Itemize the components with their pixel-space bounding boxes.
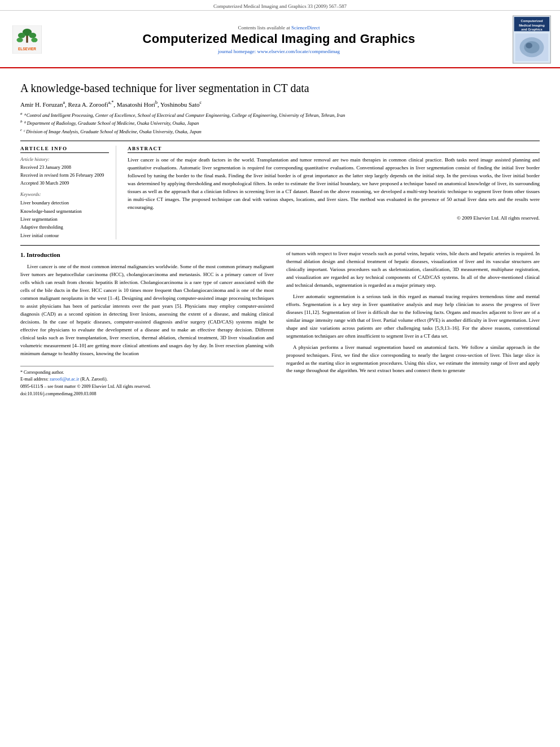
keyword-1: Liver boundary detection xyxy=(20,199,109,207)
svg-text:and Graphics: and Graphics xyxy=(521,28,542,31)
keyword-2: Knowledge-based segmentation xyxy=(20,207,109,215)
homepage-url[interactable]: www.elsevier.com/locate/compmedimag xyxy=(257,49,340,54)
body-two-columns: 1. Introduction Liver cancer is one of t… xyxy=(20,250,540,397)
contents-bar: Contents lists available at ScienceDirec… xyxy=(238,25,320,30)
keywords-label: Keywords: xyxy=(20,191,109,197)
footnote-doi: doi:10.1016/j.compmedimag.2009.03.008 xyxy=(20,391,274,398)
history-label: Article history: xyxy=(20,156,109,162)
footnote-email-link[interactable]: zaroofi@ut.ac.ir xyxy=(50,377,79,382)
svg-text:Medical Imaging: Medical Imaging xyxy=(519,24,545,27)
abstract-col: ABSTRACT Liver cancer is one of the majo… xyxy=(128,146,540,239)
svg-point-4 xyxy=(29,33,36,38)
authors-text: Amir H. Foruzana, Reza A. Zoroofia,*, Ma… xyxy=(20,101,202,108)
received-date: Received 23 January 2008 xyxy=(20,164,109,172)
intro-para-4-right: A physician performs a liver manual segm… xyxy=(286,344,540,375)
intro-para-1: Liver cancer is one of the most common i… xyxy=(20,263,274,357)
keyword-4: Adaptive thresholding xyxy=(20,223,109,231)
cover-svg-icon: Computerized Medical Imaging and Graphic… xyxy=(513,16,551,63)
intro-para-3-right: Liver automatic segmentation is a seriou… xyxy=(286,293,540,340)
homepage-label: journal homepage: xyxy=(218,49,256,54)
body-col-right: of tumors with respect to liver major ve… xyxy=(286,250,540,397)
abstract-text: Liver cancer is one of the major death f… xyxy=(128,156,540,212)
abstract-copyright: © 2009 Elsevier Ltd. All rights reserved… xyxy=(128,215,540,221)
affiliation-c: c ᶜ Division of Image Analysis, Graduate… xyxy=(20,127,540,136)
article-info-label: ARTICLE INFO xyxy=(20,146,109,153)
journal-header: ELSEVIER Contents lists available at Sci… xyxy=(0,11,560,68)
svg-point-5 xyxy=(16,38,23,42)
affiliations: a ᵃ Control and Intelligent Processing, … xyxy=(20,111,540,136)
svg-point-16 xyxy=(526,43,532,49)
footnote-area: * Corresponding author. E-mail address: … xyxy=(20,366,274,398)
article-title: A knowledge-based technique for liver se… xyxy=(20,81,540,95)
body-divider xyxy=(20,245,540,246)
journal-header-center: Contents lists available at ScienceDirec… xyxy=(51,15,507,64)
journal-top-bar: Computerized Medical Imaging and Graphic… xyxy=(0,0,560,11)
main-content: A knowledge-based technique for liver se… xyxy=(0,68,560,407)
journal-cover-image: Computerized Medical Imaging and Graphic… xyxy=(513,15,551,64)
keyword-5: Liver initial contour xyxy=(20,231,109,239)
journal-cover-area: Computerized Medical Imaging and Graphic… xyxy=(513,15,551,64)
section-1-heading: 1. Introduction xyxy=(20,250,274,260)
journal-homepage: journal homepage: www.elsevier.com/locat… xyxy=(218,49,340,54)
affiliation-b: b ᵇ Department of Radiology, Graduate Sc… xyxy=(20,119,540,127)
abstract-label: ABSTRACT xyxy=(128,146,540,153)
accepted-date: Accepted 30 March 2009 xyxy=(20,180,109,187)
svg-text:ELSEVIER: ELSEVIER xyxy=(18,47,36,51)
article-info-col: ARTICLE INFO Article history: Received 2… xyxy=(20,146,116,239)
footnote-email: E-mail address: zaroofi@ut.ac.ir (R.A. Z… xyxy=(20,376,274,383)
authors-line: Amir H. Foruzana, Reza A. Zoroofia,*, Ma… xyxy=(20,100,540,108)
elsevier-logo-area: ELSEVIER xyxy=(9,15,45,64)
elsevier-logo-icon: ELSEVIER xyxy=(9,25,45,54)
body-col-left: 1. Introduction Liver cancer is one of t… xyxy=(20,250,274,397)
svg-point-3 xyxy=(18,33,25,38)
footnote-issn: 0895-6111/$ – see front matter © 2009 El… xyxy=(20,383,274,391)
sciencedirect-link[interactable]: ScienceDirect xyxy=(291,25,320,30)
keyword-3: Liver segmentation xyxy=(20,215,109,223)
journal-title: Computerized Medical Imaging and Graphic… xyxy=(143,32,415,46)
intro-para-2-right: of tumors with respect to liver major ve… xyxy=(286,250,540,290)
footnote-corresponding: * Corresponding author. xyxy=(20,369,274,377)
article-info-row: ARTICLE INFO Article history: Received 2… xyxy=(20,141,540,239)
page-wrapper: Computerized Medical Imaging and Graphic… xyxy=(0,0,560,747)
svg-point-6 xyxy=(31,38,37,42)
svg-text:Computerized: Computerized xyxy=(520,19,542,23)
contents-label: Contents lists available at xyxy=(238,25,290,30)
received-revised-date: Received in revised form 26 February 200… xyxy=(20,172,109,180)
affiliation-a: a ᵃ Control and Intelligent Processing, … xyxy=(20,111,540,119)
top-bar-text: Computerized Medical Imaging and Graphic… xyxy=(213,3,347,9)
